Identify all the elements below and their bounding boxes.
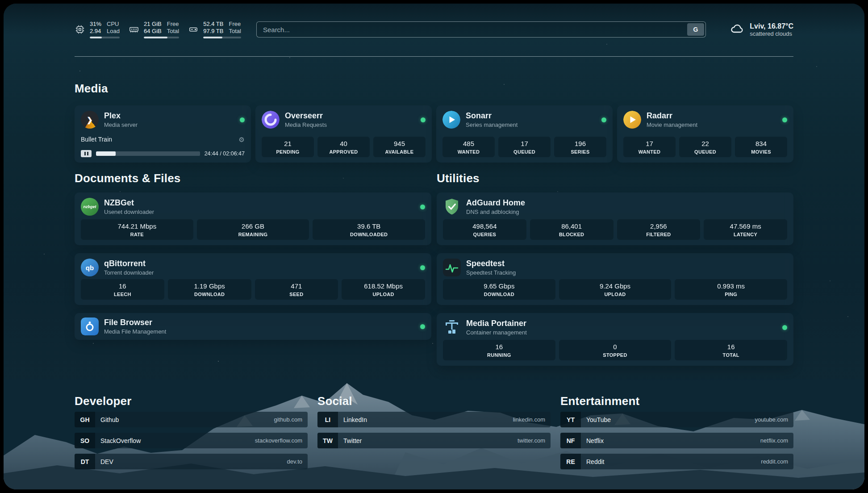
bookmark-name: LinkedIn: [338, 416, 367, 423]
stat-value: 2,956: [650, 222, 667, 230]
bookmark-name: Reddit: [581, 458, 604, 465]
bookmark-group-developer: Developer GH Github github.com SO StackO…: [75, 394, 308, 469]
bookmark-url: dev.to: [287, 458, 308, 465]
bookmark-name: StackOverflow: [95, 437, 141, 444]
stat-value: 1.19 Gbps: [194, 282, 225, 290]
stat-box: 196SERIES: [554, 137, 606, 157]
bookmark-url: youtube.com: [755, 416, 793, 423]
stat-label: PENDING: [276, 149, 299, 155]
service-card-radarr[interactable]: Radarr Movie management 17WANTED 22QUEUE…: [617, 105, 793, 163]
stat-label: UPLOAD: [373, 291, 394, 297]
bookmark-twitter[interactable]: TW Twitter twitter.com: [317, 433, 551, 448]
stat-value: 744.21 Mbps: [117, 222, 156, 230]
status-online-dot: [782, 325, 787, 330]
section-title-documents: Documents & Files: [75, 171, 431, 185]
service-name: Media Portainer: [466, 318, 527, 328]
stat-label: SERIES: [571, 149, 589, 155]
settings-gear-icon[interactable]: ⚙: [239, 136, 245, 143]
bookmark-url: twitter.com: [517, 437, 551, 444]
service-card-nzbget[interactable]: nzbget NZBGet Usenet downloader 744.21 M…: [75, 192, 431, 245]
stat-label: AVAILABLE: [385, 149, 413, 155]
service-card-overseerr[interactable]: Overseerr Media Requests 21PENDING 40APP…: [255, 105, 432, 163]
service-desc: Media Requests: [285, 121, 327, 129]
bookmark-name: Netflix: [581, 437, 604, 444]
memory-free-value: 21 GiB: [144, 21, 162, 28]
service-name: Radarr: [647, 111, 697, 121]
bookmark-abbr: TW: [317, 433, 338, 448]
sonarr-icon: [442, 111, 460, 129]
cpu-icon: [75, 24, 85, 35]
section-utilities: Utilities AdGuard Home DNS and adblockin…: [437, 171, 793, 366]
status-online-dot: [420, 324, 425, 329]
service-name: Speedtest: [466, 259, 516, 268]
service-card-qbittorrent[interactable]: qb qBittorrent Torrent downloader 16LEEC…: [75, 253, 431, 305]
section-documents-files: Documents & Files nzbget NZBGet Usenet d…: [75, 171, 431, 340]
service-card-filebrowser[interactable]: File Browser Media File Management: [75, 313, 431, 340]
disk-icon: [188, 24, 199, 35]
stat-label: QUEUED: [694, 149, 716, 155]
stat-value: 22: [701, 139, 709, 148]
weather-widget: Lviv, 16.87°C scattered clouds: [730, 21, 793, 38]
weather-location: Lviv, 16.87°C: [750, 22, 793, 30]
bookmark-github[interactable]: GH Github github.com: [75, 412, 308, 427]
bookmark-reddit[interactable]: RE Reddit reddit.com: [560, 454, 793, 469]
stat-value: 618.52 Mbps: [364, 282, 403, 290]
bookmark-abbr: SO: [75, 433, 95, 448]
cloud-icon: [730, 21, 744, 38]
stat-box: 498,564QUERIES: [443, 219, 526, 240]
playback-progress-bar[interactable]: [96, 151, 200, 156]
cpu-widget: 31% 2.94 CPU Load: [75, 21, 120, 38]
bookmark-netflix[interactable]: NF Netflix netflix.com: [560, 433, 793, 448]
stat-value: 0.993 ms: [717, 282, 745, 290]
service-card-sonarr[interactable]: Sonarr Series management 485WANTED 17QUE…: [436, 105, 613, 163]
stat-box: 16TOTAL: [675, 340, 787, 360]
status-online-dot: [421, 117, 426, 122]
stat-label: LATENCY: [734, 231, 757, 238]
section-title-utilities: Utilities: [437, 171, 793, 185]
stat-label: FILTERED: [646, 231, 671, 238]
stat-box: 485WANTED: [442, 137, 495, 157]
service-name: Plex: [104, 111, 138, 121]
bookmark-dev[interactable]: DT DEV dev.to: [75, 454, 308, 469]
memory-label-bottom: Total: [167, 28, 179, 35]
stat-label: WANTED: [458, 149, 480, 155]
pause-button[interactable]: [81, 150, 92, 157]
stat-box: 266 GBREMAINING: [197, 219, 309, 240]
service-desc: Media File Management: [104, 328, 166, 335]
service-card-portainer[interactable]: Media Portainer Container management 16R…: [437, 313, 793, 366]
dashboard-page: 31% 2.94 CPU Load: [4, 4, 864, 489]
stat-box: 618.52 MbpsUPLOAD: [342, 279, 425, 300]
status-online-dot: [420, 205, 425, 209]
bookmark-group-title: Entertainment: [560, 394, 793, 408]
search-input[interactable]: [262, 25, 687, 34]
service-name: qBittorrent: [104, 259, 154, 268]
service-card-plex[interactable]: ❯ Plex Media server Bullet Train ⚙: [75, 105, 251, 163]
stat-label: DOWNLOAD: [484, 291, 514, 297]
resource-widgets: 31% 2.94 CPU Load: [75, 21, 241, 38]
service-card-adguard-home[interactable]: AdGuard Home DNS and adblocking 498,564Q…: [437, 192, 793, 245]
qbittorrent-icon: qb: [81, 259, 99, 276]
stat-label: QUERIES: [473, 231, 497, 238]
stat-value: 16: [495, 343, 503, 351]
stat-box: 744.21 MbpsRATE: [81, 219, 193, 240]
bookmark-youtube[interactable]: YT YouTube youtube.com: [560, 412, 793, 427]
stat-label: DOWNLOAD: [194, 291, 225, 297]
service-card-speedtest[interactable]: Speedtest Speedtest Tracking 9.65 GbpsDO…: [437, 253, 793, 305]
search-provider-button[interactable]: G: [687, 23, 704, 36]
bookmark-linkedin[interactable]: LI LinkedIn linkedin.com: [317, 412, 551, 427]
service-desc: Series management: [466, 121, 517, 129]
service-desc: Media server: [104, 121, 138, 129]
bookmark-group-social: Social LI LinkedIn linkedin.com TW Twitt…: [317, 394, 551, 469]
playback-time: 24:44 / 02:06:47: [204, 150, 245, 157]
stat-value: 47.569 ms: [730, 222, 761, 230]
bookmark-stackoverflow[interactable]: SO StackOverflow stackoverflow.com: [75, 433, 308, 448]
stat-box: 40APPROVED: [317, 137, 370, 157]
stat-label: APPROVED: [329, 149, 358, 155]
search-bar[interactable]: G: [256, 21, 706, 38]
cpu-usage-percent: 31%: [90, 21, 101, 28]
service-name: File Browser: [104, 318, 166, 327]
cpu-label-bottom: Load: [107, 28, 120, 35]
portainer-crane-icon: [443, 318, 461, 336]
memory-total-value: 64 GiB: [144, 28, 162, 35]
bookmark-url: netflix.com: [760, 437, 793, 444]
